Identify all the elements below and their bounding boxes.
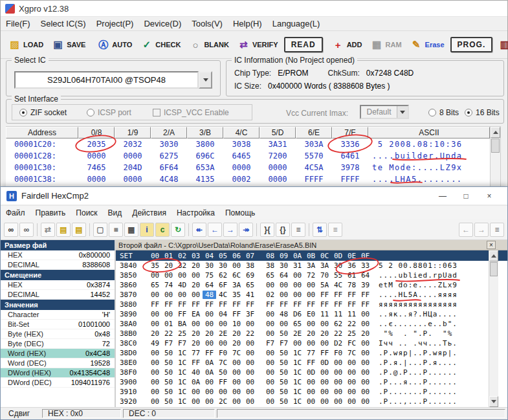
grid-byte[interactable]: 7C	[216, 359, 230, 367]
grid-byte[interactable]: 00	[263, 359, 277, 367]
grid-byte[interactable]: D2	[331, 339, 345, 348]
grid-byte[interactable]: 00	[304, 388, 318, 396]
grid-byte[interactable]: 36	[345, 261, 359, 270]
grid-byte[interactable]: 00	[304, 397, 318, 406]
grid-byte[interactable]: 00	[175, 271, 189, 280]
hex-word[interactable]: FFFF	[332, 175, 368, 184]
hex-word[interactable]: 6465	[223, 151, 260, 160]
hex-word[interactable]: 6F64	[151, 163, 187, 172]
grid-byte[interactable]: 00	[291, 339, 304, 348]
hexcmp-menu-item-0[interactable]: Файл	[1, 207, 30, 219]
grid-byte[interactable]: 31	[291, 261, 304, 270]
grid-byte[interactable]: 30	[331, 261, 345, 270]
hex-word[interactable]: 6275	[151, 151, 187, 160]
grid-byte[interactable]: 69	[243, 271, 257, 280]
grid-byte[interactable]: 00	[243, 397, 257, 406]
verify-button[interactable]: ⇄VERIFY	[235, 38, 281, 52]
hex-column-header[interactable]: ASCII	[368, 127, 490, 138]
prog-button[interactable]: PROG.	[450, 37, 493, 52]
grid-byte[interactable]: FF	[277, 300, 291, 309]
first-diff-icon[interactable]: ↞	[192, 223, 206, 237]
close-button[interactable]: ×	[478, 187, 501, 205]
grid-byte[interactable]: 50	[162, 349, 175, 357]
hex-word[interactable]: 0000	[260, 175, 296, 184]
grid-byte[interactable]: 30	[203, 261, 216, 270]
block-start-icon[interactable]: }{	[260, 223, 274, 237]
grid-byte[interactable]: 5A	[318, 281, 331, 289]
grid-byte[interactable]: 00	[304, 281, 318, 289]
grid-byte[interactable]: 00	[189, 397, 203, 406]
grid-byte[interactable]: 20	[304, 329, 318, 338]
grid-byte[interactable]: 00	[291, 281, 304, 289]
grid-byte[interactable]: 38	[263, 261, 277, 270]
grid-byte[interactable]: 00	[162, 271, 175, 280]
grid-byte[interactable]: 11	[345, 310, 359, 318]
grid-byte[interactable]: 00	[359, 349, 372, 357]
grid-byte[interactable]: 4C	[216, 291, 230, 299]
grid-byte[interactable]: 00	[359, 388, 372, 396]
grid-byte[interactable]: 10	[230, 320, 243, 328]
grid-byte[interactable]: FF	[175, 310, 189, 318]
grid-byte[interactable]: 38	[243, 261, 257, 270]
grid-byte[interactable]: 00	[291, 271, 304, 280]
vcc-imax-select[interactable]: Default	[360, 105, 409, 119]
grid-byte[interactable]: 77	[189, 349, 203, 357]
grid-byte[interactable]: FF	[162, 300, 175, 309]
xgpro-menu-item-1[interactable]: Select IC(S)	[36, 17, 91, 30]
grid-byte[interactable]: D6	[291, 310, 304, 318]
hex-column-header[interactable]: 1/9	[115, 127, 151, 138]
grid-byte[interactable]: 41	[243, 291, 257, 299]
hex-column-header[interactable]: Address	[6, 127, 78, 138]
grid-byte[interactable]: FF	[318, 349, 331, 357]
grid-byte[interactable]: 25	[345, 329, 359, 338]
bits-16-radio[interactable]: 16 Bits	[465, 108, 500, 117]
grid-byte[interactable]: 11	[318, 310, 331, 318]
grid-byte[interactable]: 48	[203, 291, 216, 299]
panel-row[interactable]: DWord (DEC)1094011976	[1, 378, 115, 388]
grid-byte[interactable]: 50	[162, 368, 175, 377]
grid-byte[interactable]: 00	[331, 378, 345, 386]
hex-word[interactable]: 0000	[115, 151, 151, 160]
grid-byte[interactable]: 00	[203, 388, 216, 396]
grid-byte[interactable]: EA	[189, 310, 203, 318]
grid-byte[interactable]: 20	[359, 329, 372, 338]
grid-byte[interactable]: F7	[162, 339, 175, 348]
grid-byte[interactable]: E0	[304, 310, 318, 318]
grid-byte[interactable]: FF	[243, 300, 257, 309]
grid-byte[interactable]: 00	[230, 368, 243, 377]
grid-byte[interactable]: 2C	[216, 397, 230, 406]
xgpro-titlebar[interactable]: Xgpro v12.38	[1, 1, 507, 16]
scrollbar-thumb[interactable]	[490, 262, 498, 276]
icsp-port-radio[interactable]: ICSP port	[87, 108, 131, 117]
refresh-icon[interactable]: ↻	[171, 223, 185, 237]
hex-column-header[interactable]: 4/C	[223, 127, 260, 138]
hex-word[interactable]: 4135	[187, 175, 223, 184]
hex-word[interactable]: 3038	[223, 140, 260, 149]
grid-byte[interactable]: 1C	[175, 359, 189, 367]
grid-byte[interactable]: 22	[243, 329, 257, 338]
panel-row[interactable]: Bit-Set01001000	[1, 320, 115, 329]
grid-byte[interactable]: 2E	[291, 329, 304, 338]
hex-column-header[interactable]: 5/D	[260, 127, 296, 138]
panel-row[interactable]: HEX0x800000	[1, 250, 115, 260]
hex-column-header[interactable]: 7/F	[332, 127, 368, 138]
grid-byte[interactable]: 22	[162, 329, 175, 338]
grid-byte[interactable]: 0D	[318, 359, 331, 367]
grid-byte[interactable]: 65	[263, 271, 277, 280]
goto-prev-icon[interactable]: ←	[459, 223, 473, 237]
panel-row[interactable]: Word (HEX)0x4C48	[1, 349, 115, 359]
grid-byte[interactable]: FF	[331, 291, 345, 299]
hexcmp-menu-item-4[interactable]: Действия	[127, 207, 171, 219]
grid-byte[interactable]: 00	[331, 359, 345, 367]
grid-byte[interactable]: 00	[331, 368, 345, 377]
grid-byte[interactable]: 00	[345, 359, 359, 367]
grid-byte[interactable]: FF	[318, 291, 331, 299]
grid-byte[interactable]: 22	[331, 329, 345, 338]
grid-byte[interactable]: 2E	[216, 329, 230, 338]
grid-byte[interactable]: 1C	[175, 397, 189, 406]
compare-files-icon[interactable]: ⇄	[41, 223, 55, 237]
panel-row[interactable]: Character'H'	[1, 310, 115, 320]
grid-byte[interactable]: 20	[230, 329, 243, 338]
hex-column-header[interactable]: 0/8	[78, 127, 115, 138]
hex-word[interactable]: 3800	[187, 140, 223, 149]
